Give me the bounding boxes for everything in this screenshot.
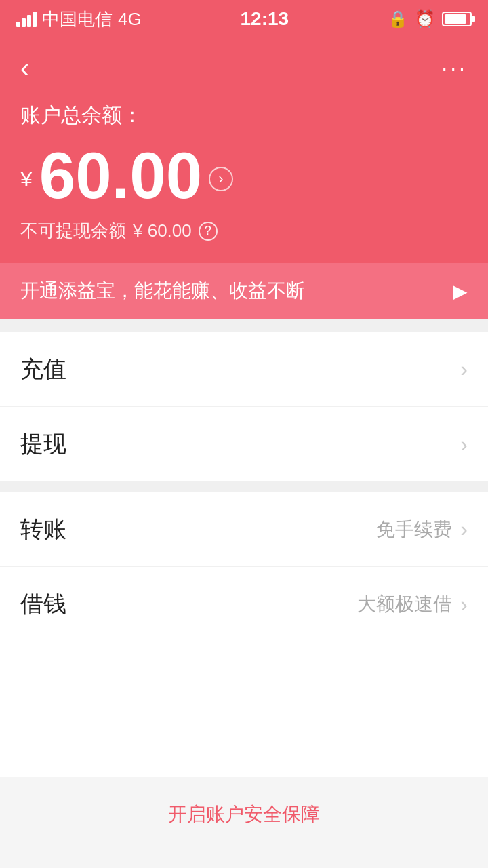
recharge-label: 充值 (20, 354, 66, 385)
recharge-right: › (460, 357, 468, 382)
status-time: 12:13 (241, 8, 289, 30)
alarm-icon: ⏰ (415, 9, 435, 28)
menu-section-2: 转账 免手续费 › 借钱 大额极速借 › (0, 492, 488, 642)
back-button[interactable]: ‹ (20, 54, 29, 81)
balance-amount-row: ¥ 60.00 › (20, 143, 468, 208)
white-fill (0, 642, 488, 777)
balance-amount: 60.00 (39, 143, 202, 208)
security-link[interactable]: 开启账户安全保障 (168, 804, 320, 825)
signal-bar-2 (22, 18, 26, 27)
menu-item-transfer[interactable]: 转账 免手续费 › (0, 492, 488, 567)
recharge-chevron-icon: › (460, 357, 468, 382)
transfer-chevron-icon: › (460, 517, 468, 542)
borrow-chevron-icon: › (460, 592, 468, 617)
status-right: 🔒 ⏰ (388, 9, 472, 28)
menu-item-borrow[interactable]: 借钱 大额极速借 › (0, 567, 488, 642)
lock-icon: 🔒 (388, 9, 408, 28)
withdraw-chevron-icon: › (460, 432, 468, 457)
menu-gap (0, 481, 488, 492)
withdraw-label: 提现 (20, 429, 66, 460)
non-withdraw-label: 不可提现余额 (20, 219, 126, 243)
signal-bar-4 (33, 12, 37, 27)
balance-detail-button[interactable]: › (209, 167, 233, 191)
banner-arrow-icon: ▶ (453, 280, 468, 302)
borrow-label: 借钱 (20, 589, 66, 620)
footer: 开启账户安全保障 (0, 802, 488, 827)
section-divider-1 (0, 319, 488, 332)
signal-bar-1 (16, 22, 20, 27)
signal-icon (16, 12, 37, 27)
borrow-hint: 大额极速借 (357, 591, 452, 617)
withdraw-right: › (460, 432, 468, 457)
status-left: 中国电信 4G (16, 7, 142, 31)
header: ‹ ··· (0, 38, 488, 95)
more-button[interactable]: ··· (441, 56, 468, 81)
signal-bar-3 (27, 15, 31, 27)
help-button[interactable]: ? (199, 222, 218, 241)
carrier-label: 中国电信 (42, 7, 113, 31)
transfer-right: 免手续费 › (376, 517, 468, 542)
non-withdraw-row: 不可提现余额 ¥ 60.00 ? (20, 219, 468, 243)
menu-section-1: 充值 › 提现 › (0, 332, 488, 481)
balance-section: 账户总余额： ¥ 60.00 › 不可提现余额 ¥ 60.00 ? (0, 95, 488, 263)
battery-icon (442, 12, 472, 26)
borrow-right: 大额极速借 › (357, 591, 468, 617)
banner-text: 开通添益宝，能花能赚、收益不断 (20, 278, 445, 304)
transfer-label: 转账 (20, 514, 66, 545)
menu-item-recharge[interactable]: 充值 › (0, 332, 488, 407)
non-withdraw-amount: ¥ 60.00 (133, 220, 192, 241)
arrow-right-icon: › (218, 170, 223, 188)
transfer-hint: 免手续费 (376, 517, 452, 542)
network-label: 4G (118, 9, 142, 30)
currency-symbol: ¥ (20, 167, 33, 192)
status-bar: 中国电信 4G 12:13 🔒 ⏰ (0, 0, 488, 38)
balance-title: 账户总余额： (20, 102, 468, 130)
battery-fill (445, 14, 466, 24)
banner[interactable]: 开通添益宝，能花能赚、收益不断 ▶ (0, 263, 488, 319)
menu-item-withdraw[interactable]: 提现 › (0, 407, 488, 481)
